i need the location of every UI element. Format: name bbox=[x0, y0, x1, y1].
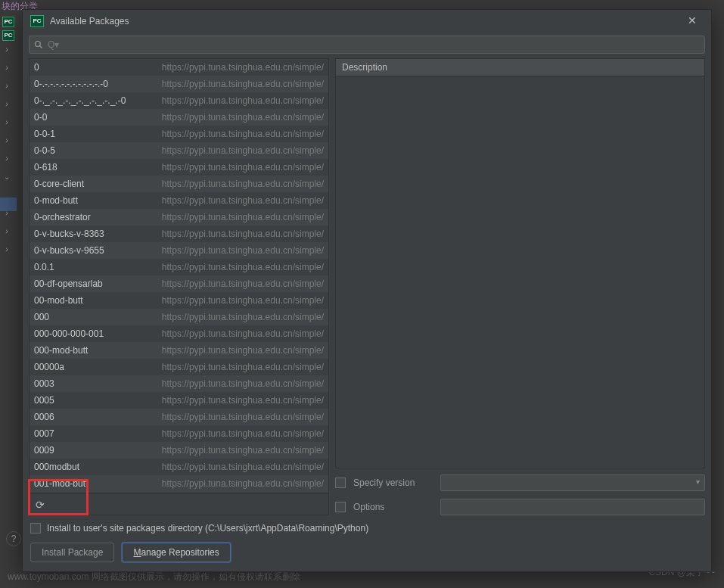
package-row[interactable]: 0005https://pypi.tuna.tsinghua.edu.cn/si… bbox=[30, 392, 328, 409]
package-repo-url: https://pypi.tuna.tsinghua.edu.cn/simple… bbox=[148, 245, 324, 256]
search-input[interactable] bbox=[43, 39, 700, 50]
package-row[interactable]: 0-orchestratorhttps://pypi.tuna.tsinghua… bbox=[30, 209, 328, 226]
package-repo-url: https://pypi.tuna.tsinghua.edu.cn/simple… bbox=[148, 62, 324, 73]
install-site-label: Install to user's site packages director… bbox=[47, 523, 368, 534]
package-name: 000modbut bbox=[34, 462, 148, 472]
package-row[interactable]: 0-mod-butthttps://pypi.tuna.tsinghua.edu… bbox=[30, 192, 328, 209]
close-icon[interactable]: ✕ bbox=[681, 12, 704, 30]
package-name: 00-df-opensarlab bbox=[34, 278, 148, 289]
package-row[interactable]: 0-0-5https://pypi.tuna.tsinghua.edu.cn/s… bbox=[30, 142, 328, 159]
package-repo-url: https://pypi.tuna.tsinghua.edu.cn/simple… bbox=[148, 162, 324, 173]
package-name: 0-v-bucks-v-8363 bbox=[34, 229, 148, 239]
package-row[interactable]: 000-000-000-001https://pypi.tuna.tsinghu… bbox=[30, 325, 328, 342]
chevron-right-icon[interactable]: › bbox=[0, 100, 14, 110]
chevron-right-icon[interactable]: › bbox=[0, 227, 14, 238]
package-row[interactable]: 0.0.1https://pypi.tuna.tsinghua.edu.cn/s… bbox=[30, 259, 328, 275]
package-repo-url: https://pypi.tuna.tsinghua.edu.cn/simple… bbox=[148, 428, 324, 439]
package-row[interactable]: 0007https://pypi.tuna.tsinghua.edu.cn/si… bbox=[30, 425, 328, 442]
search-icon bbox=[34, 40, 43, 49]
package-name: 0009 bbox=[34, 445, 148, 456]
manage-repositories-button[interactable]: Manage Repositories bbox=[122, 543, 230, 562]
pycharm-icon: PC bbox=[2, 30, 14, 41]
chevron-right-icon[interactable]: › bbox=[0, 154, 14, 165]
package-row[interactable]: 0-v-bucks-v-9655https://pypi.tuna.tsingh… bbox=[30, 242, 328, 259]
package-row[interactable]: 0-._.-._.-._.-._.-._.-._.-0https://pypi.… bbox=[30, 92, 328, 109]
package-repo-url: https://pypi.tuna.tsinghua.edu.cn/simple… bbox=[148, 462, 324, 472]
package-row[interactable]: 0-core-clienthttps://pypi.tuna.tsinghua.… bbox=[30, 176, 328, 192]
chevron-right-icon[interactable]: › bbox=[0, 64, 14, 74]
package-row[interactable]: 0009https://pypi.tuna.tsinghua.edu.cn/si… bbox=[30, 442, 328, 459]
package-row[interactable]: 0003https://pypi.tuna.tsinghua.edu.cn/si… bbox=[30, 375, 328, 392]
package-row[interactable]: 0-v-bucks-v-8363https://pypi.tuna.tsingh… bbox=[30, 226, 328, 242]
search-input-wrap[interactable] bbox=[29, 36, 705, 54]
chevron-right-icon[interactable]: › bbox=[0, 209, 14, 219]
package-name: 0006 bbox=[34, 412, 148, 422]
available-packages-dialog: PC Available Packages ✕ 0https://pypi.tu… bbox=[22, 9, 712, 572]
package-row[interactable]: 0006https://pypi.tuna.tsinghua.edu.cn/si… bbox=[30, 409, 328, 425]
help-icon[interactable]: ? bbox=[6, 531, 21, 546]
package-row[interactable]: 0-0-1https://pypi.tuna.tsinghua.edu.cn/s… bbox=[30, 126, 328, 142]
package-repo-url: https://pypi.tuna.tsinghua.edu.cn/simple… bbox=[148, 312, 324, 322]
version-select[interactable] bbox=[440, 474, 705, 491]
package-repo-url: https://pypi.tuna.tsinghua.edu.cn/simple… bbox=[148, 145, 324, 156]
package-repo-url: https://pypi.tuna.tsinghua.edu.cn/simple… bbox=[148, 395, 324, 406]
package-name: 0.0.1 bbox=[34, 262, 148, 272]
package-row[interactable]: 000-mod-butthttps://pypi.tuna.tsinghua.e… bbox=[30, 342, 328, 359]
svg-point-0 bbox=[36, 42, 41, 47]
package-row[interactable]: 001-mod-butthttps://pypi.tuna.tsinghua.e… bbox=[30, 475, 328, 492]
chevron-right-icon[interactable]: › bbox=[0, 118, 14, 129]
package-repo-url: https://pypi.tuna.tsinghua.edu.cn/simple… bbox=[148, 295, 324, 306]
package-row[interactable]: 0-618https://pypi.tuna.tsinghua.edu.cn/s… bbox=[30, 159, 328, 176]
package-row[interactable]: 0-0https://pypi.tuna.tsinghua.edu.cn/sim… bbox=[30, 109, 328, 126]
install-site-row: Install to user's site packages director… bbox=[30, 523, 704, 534]
package-repo-url: https://pypi.tuna.tsinghua.edu.cn/simple… bbox=[148, 95, 324, 106]
specify-version-row: Specify version bbox=[335, 474, 705, 491]
package-repo-url: https://pypi.tuna.tsinghua.edu.cn/simple… bbox=[148, 478, 324, 489]
options-checkbox[interactable] bbox=[335, 502, 346, 512]
install-package-button[interactable]: Install Package bbox=[30, 543, 114, 562]
package-name: 0-v-bucks-v-9655 bbox=[34, 245, 148, 256]
chevron-right-icon[interactable]: › bbox=[0, 45, 14, 56]
package-row[interactable]: 00-df-opensarlabhttps://pypi.tuna.tsingh… bbox=[30, 275, 328, 292]
package-row[interactable]: 0https://pypi.tuna.tsinghua.edu.cn/simpl… bbox=[30, 59, 328, 76]
package-name: 0-0-1 bbox=[34, 129, 148, 139]
reload-icon[interactable]: ⟳ bbox=[36, 499, 45, 511]
package-repo-url: https://pypi.tuna.tsinghua.edu.cn/simple… bbox=[148, 262, 324, 272]
chevron-right-icon[interactable]: › bbox=[0, 245, 14, 256]
package-row[interactable]: 000modbuthttps://pypi.tuna.tsinghua.edu.… bbox=[30, 459, 328, 475]
package-name: 00000a bbox=[34, 362, 148, 372]
package-repo-url: https://pypi.tuna.tsinghua.edu.cn/simple… bbox=[148, 212, 324, 222]
dialog-footer: Install to user's site packages director… bbox=[23, 518, 711, 571]
package-row[interactable]: 00-mod-butthttps://pypi.tuna.tsinghua.ed… bbox=[30, 292, 328, 309]
chevron-right-icon[interactable]: › bbox=[0, 136, 14, 147]
options-input[interactable] bbox=[440, 499, 705, 515]
package-repo-url: https://pypi.tuna.tsinghua.edu.cn/simple… bbox=[148, 179, 324, 189]
chevron-down-icon[interactable]: ⌄ bbox=[0, 173, 14, 183]
package-repo-url: https://pypi.tuna.tsinghua.edu.cn/simple… bbox=[148, 328, 324, 339]
package-name: 0007 bbox=[34, 428, 148, 439]
specify-version-checkbox[interactable] bbox=[335, 478, 346, 488]
pycharm-icon: PC bbox=[30, 15, 44, 27]
package-name: 000-000-000-001 bbox=[34, 328, 148, 339]
package-name: 0-mod-butt bbox=[34, 195, 148, 206]
install-site-checkbox[interactable] bbox=[30, 523, 41, 534]
titlebar: PC Available Packages ✕ bbox=[23, 10, 711, 33]
package-repo-url: https://pypi.tuna.tsinghua.edu.cn/simple… bbox=[148, 79, 324, 89]
package-repo-url: https://pypi.tuna.tsinghua.edu.cn/simple… bbox=[148, 412, 324, 422]
package-row[interactable]: 00000ahttps://pypi.tuna.tsinghua.edu.cn/… bbox=[30, 359, 328, 375]
spacer bbox=[0, 191, 14, 201]
package-name: 0005 bbox=[34, 395, 148, 406]
pycharm-icon: PC bbox=[2, 17, 14, 27]
package-repo-url: https://pypi.tuna.tsinghua.edu.cn/simple… bbox=[148, 445, 324, 456]
chevron-right-icon[interactable]: › bbox=[0, 82, 14, 92]
package-name: 001-mod-butt bbox=[34, 478, 148, 489]
package-list[interactable]: 0https://pypi.tuna.tsinghua.edu.cn/simpl… bbox=[29, 58, 329, 494]
package-name: 0-0-5 bbox=[34, 145, 148, 156]
specify-version-label: Specify version bbox=[353, 478, 433, 488]
package-row[interactable]: 0-.-.-.-.-.-.-.-.-.-.-.-0https://pypi.tu… bbox=[30, 76, 328, 92]
svg-line-1 bbox=[40, 46, 42, 48]
search-row bbox=[23, 33, 711, 57]
package-row[interactable]: 000https://pypi.tuna.tsinghua.edu.cn/sim… bbox=[30, 309, 328, 325]
package-repo-url: https://pypi.tuna.tsinghua.edu.cn/simple… bbox=[148, 112, 324, 123]
dialog-title: Available Packages bbox=[50, 16, 681, 26]
